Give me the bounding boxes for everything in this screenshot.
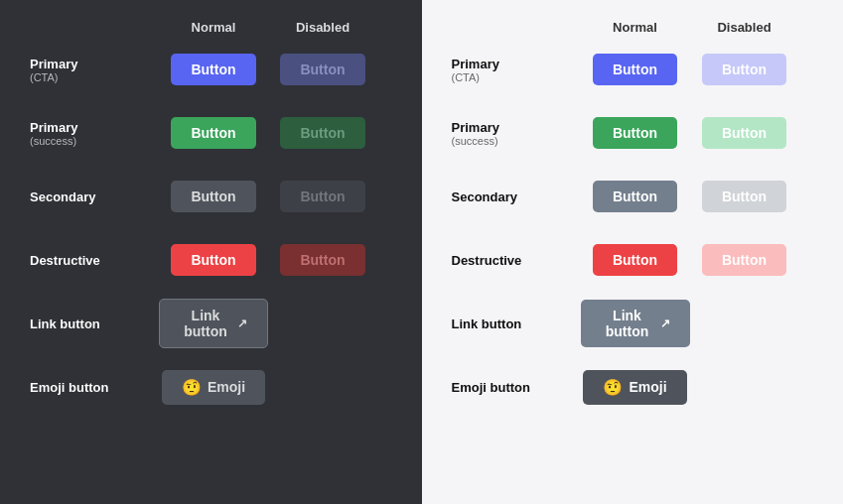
light-primary-success-normal-button[interactable]: Button bbox=[593, 117, 677, 149]
external-link-icon: ↗ bbox=[237, 316, 247, 330]
dark-emoji-button[interactable]: 🤨 Emoji bbox=[162, 370, 265, 405]
light-emoji-button[interactable]: 🤨 Emoji bbox=[583, 370, 686, 405]
light-emoji-icon: 🤨 bbox=[603, 378, 623, 397]
light-secondary-disabled-button: Button bbox=[702, 181, 786, 212]
dark-destructive-normal-cell: Button bbox=[159, 244, 268, 276]
light-destructive-normal-cell: Button bbox=[581, 244, 690, 276]
light-primary-success-label: Primary (success) bbox=[452, 120, 581, 147]
light-link-label: Link button bbox=[452, 316, 581, 331]
light-destructive-label: Destructive bbox=[452, 253, 581, 268]
light-secondary-disabled-cell: Button bbox=[690, 181, 799, 212]
light-panel: Normal Disabled Primary (CTA) Button But… bbox=[422, 0, 844, 504]
light-external-link-icon: ↗ bbox=[660, 316, 670, 330]
dark-primary-success-disabled-cell: Button bbox=[268, 117, 377, 149]
light-emoji-row: Emoji button 🤨 Emoji bbox=[452, 362, 814, 412]
light-destructive-disabled-button: Button bbox=[702, 244, 786, 276]
light-link-text: Link button bbox=[601, 308, 654, 339]
dark-secondary-disabled-button: Button bbox=[280, 181, 364, 212]
light-primary-cta-disabled-cell: Button bbox=[690, 54, 799, 85]
dark-secondary-normal-cell: Button bbox=[159, 181, 268, 212]
light-emoji-label: Emoji button bbox=[452, 380, 581, 395]
light-secondary-normal-cell: Button bbox=[581, 181, 690, 212]
light-secondary-normal-button[interactable]: Button bbox=[593, 181, 677, 212]
dark-normal-header: Normal bbox=[159, 20, 268, 35]
light-emoji-text: Emoji bbox=[629, 379, 666, 395]
light-destructive-row: Destructive Button Button bbox=[452, 235, 814, 285]
dark-emoji-cell: 🤨 Emoji bbox=[159, 370, 268, 405]
dark-link-row: Link button Link button ↗ bbox=[30, 299, 392, 348]
dark-primary-cta-label: Primary (CTA) bbox=[30, 57, 159, 83]
light-primary-success-normal-cell: Button bbox=[581, 117, 690, 149]
light-primary-success-disabled-cell: Button bbox=[690, 117, 799, 149]
dark-panel: Normal Disabled Primary (CTA) Button But… bbox=[0, 0, 422, 504]
dark-primary-cta-row: Primary (CTA) Button Button bbox=[30, 45, 392, 94]
dark-primary-cta-normal-button[interactable]: Button bbox=[171, 54, 255, 85]
dark-primary-success-row: Primary (success) Button Button bbox=[30, 108, 392, 158]
dark-header-row: Normal Disabled bbox=[30, 20, 392, 35]
light-primary-cta-normal-button[interactable]: Button bbox=[593, 54, 677, 85]
dark-primary-success-disabled-button: Button bbox=[280, 117, 364, 149]
dark-link-cell: Link button ↗ bbox=[159, 299, 268, 348]
dark-destructive-normal-button[interactable]: Button bbox=[171, 244, 255, 276]
light-link-cell: Link button ↗ bbox=[581, 300, 690, 347]
dark-link-text: Link button bbox=[180, 308, 231, 339]
dark-secondary-disabled-cell: Button bbox=[268, 181, 377, 212]
dark-primary-success-normal-cell: Button bbox=[159, 117, 268, 149]
light-primary-success-row: Primary (success) Button Button bbox=[452, 108, 814, 158]
dark-emoji-text: Emoji bbox=[208, 379, 245, 395]
dark-primary-success-label: Primary (success) bbox=[30, 120, 159, 147]
dark-primary-cta-normal-cell: Button bbox=[159, 54, 268, 85]
dark-primary-cta-disabled-button: Button bbox=[280, 54, 364, 85]
emoji-icon: 🤨 bbox=[182, 378, 202, 397]
dark-link-button[interactable]: Link button ↗ bbox=[159, 299, 268, 348]
light-emoji-cell: 🤨 Emoji bbox=[581, 370, 690, 405]
dark-destructive-disabled-button: Button bbox=[280, 244, 364, 276]
dark-emoji-row: Emoji button 🤨 Emoji bbox=[30, 362, 392, 412]
dark-secondary-normal-button[interactable]: Button bbox=[171, 181, 255, 212]
dark-primary-cta-disabled-cell: Button bbox=[268, 54, 377, 85]
light-primary-cta-label: Primary (CTA) bbox=[452, 57, 581, 83]
dark-destructive-row: Destructive Button Button bbox=[30, 235, 392, 285]
light-link-button[interactable]: Link button ↗ bbox=[581, 300, 690, 347]
light-link-row: Link button Link button ↗ bbox=[452, 299, 814, 348]
dark-disabled-header: Disabled bbox=[268, 20, 377, 35]
dark-link-label: Link button bbox=[30, 316, 159, 331]
dark-secondary-row: Secondary Button Button bbox=[30, 172, 392, 221]
dark-emoji-label: Emoji button bbox=[30, 380, 159, 395]
light-primary-success-disabled-button: Button bbox=[702, 117, 786, 149]
dark-destructive-disabled-cell: Button bbox=[268, 244, 377, 276]
dark-secondary-label: Secondary bbox=[30, 189, 159, 204]
dark-destructive-label: Destructive bbox=[30, 253, 159, 268]
light-primary-cta-normal-cell: Button bbox=[581, 54, 690, 85]
light-destructive-normal-button[interactable]: Button bbox=[593, 244, 677, 276]
light-normal-header: Normal bbox=[581, 20, 690, 35]
light-primary-cta-row: Primary (CTA) Button Button bbox=[452, 45, 814, 94]
light-secondary-row: Secondary Button Button bbox=[452, 172, 814, 221]
dark-primary-success-normal-button[interactable]: Button bbox=[171, 117, 255, 149]
light-secondary-label: Secondary bbox=[452, 189, 581, 204]
light-primary-cta-disabled-button: Button bbox=[702, 54, 786, 85]
light-disabled-header: Disabled bbox=[690, 20, 799, 35]
light-destructive-disabled-cell: Button bbox=[690, 244, 799, 276]
light-header-row: Normal Disabled bbox=[452, 20, 814, 35]
